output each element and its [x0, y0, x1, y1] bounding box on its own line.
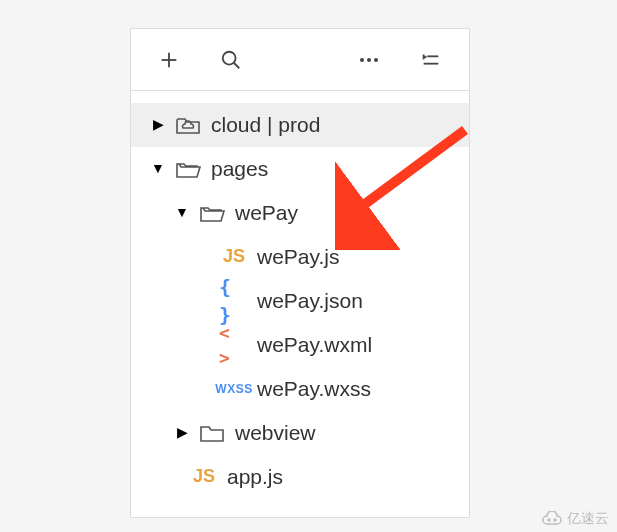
- cloud-folder-icon: [173, 114, 203, 136]
- caret-icon: [151, 118, 165, 132]
- folder-open-icon: [197, 202, 227, 224]
- folder-open-icon: [173, 158, 203, 180]
- wxml-file-icon: < >: [219, 320, 249, 370]
- svg-line-3: [234, 62, 240, 68]
- toolbar: [131, 29, 469, 91]
- tree-item-webview[interactable]: webview: [131, 411, 469, 455]
- tree-item-app-js[interactable]: JS app.js: [131, 455, 469, 499]
- tree-label: wePay.wxss: [257, 374, 371, 403]
- tree-item-pages[interactable]: pages: [131, 147, 469, 191]
- svg-point-11: [554, 519, 556, 521]
- svg-point-2: [223, 51, 236, 64]
- tree-label: pages: [211, 154, 268, 183]
- tree-item-wepay-folder[interactable]: wePay: [131, 191, 469, 235]
- svg-point-5: [367, 58, 371, 62]
- search-button[interactable]: [203, 37, 259, 83]
- svg-point-4: [360, 58, 364, 62]
- tree-label: app.js: [227, 462, 283, 491]
- tree-label: wePay.json: [257, 286, 363, 315]
- tree-label: webview: [235, 418, 316, 447]
- more-button[interactable]: [341, 37, 397, 83]
- js-file-icon: JS: [189, 464, 219, 489]
- folder-icon: [197, 422, 227, 444]
- tree-label: cloud | prod: [211, 110, 320, 139]
- collapse-button[interactable]: [403, 37, 459, 83]
- js-file-icon: JS: [219, 244, 249, 269]
- caret-icon: [175, 426, 189, 440]
- file-explorer-panel: cloud | prod pages wePay JS wePay.js { }…: [130, 28, 470, 518]
- add-button[interactable]: [141, 37, 197, 83]
- tree-label: wePay.wxml: [257, 330, 372, 359]
- tree-label: wePay.js: [257, 242, 339, 271]
- tree-label: wePay: [235, 198, 298, 227]
- tree-item-wepay-wxss[interactable]: WXSS wePay.wxss: [131, 367, 469, 411]
- svg-point-6: [374, 58, 378, 62]
- watermark: 亿速云: [541, 510, 609, 528]
- tree-item-wepay-js[interactable]: JS wePay.js: [131, 235, 469, 279]
- tree-item-wepay-wxml[interactable]: < > wePay.wxml: [131, 323, 469, 367]
- tree-item-wepay-json[interactable]: { } wePay.json: [131, 279, 469, 323]
- caret-icon: [151, 162, 165, 176]
- caret-icon: [175, 206, 189, 220]
- tree-item-cloud[interactable]: cloud | prod: [131, 103, 469, 147]
- wxss-file-icon: WXSS: [219, 381, 249, 398]
- file-tree: cloud | prod pages wePay JS wePay.js { }…: [131, 91, 469, 511]
- svg-point-10: [548, 519, 550, 521]
